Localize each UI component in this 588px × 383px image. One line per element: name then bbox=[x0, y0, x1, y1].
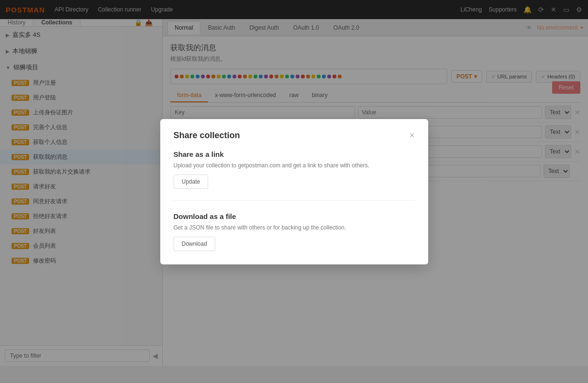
download-as-file-desc: Get a JSON file to share with others or … bbox=[174, 224, 415, 231]
update-button[interactable]: Update bbox=[174, 175, 209, 189]
modal-header: Share collection × bbox=[174, 131, 415, 141]
download-button[interactable]: Download bbox=[174, 237, 215, 251]
share-as-link-section: Share as a link Upload your collection t… bbox=[174, 150, 415, 201]
download-as-file-title: Download as a file bbox=[174, 212, 415, 220]
modal-overlay[interactable]: Share collection × Share as a link Uploa… bbox=[0, 0, 588, 383]
share-collection-modal: Share collection × Share as a link Uploa… bbox=[160, 119, 428, 264]
download-as-file-section: Download as a file Get a JSON file to sh… bbox=[174, 212, 415, 251]
share-as-link-title: Share as a link bbox=[174, 150, 415, 158]
modal-title: Share collection bbox=[174, 131, 240, 141]
modal-close-button[interactable]: × bbox=[410, 131, 415, 140]
share-as-link-desc: Upload your collection to getpostman.com… bbox=[174, 162, 415, 169]
